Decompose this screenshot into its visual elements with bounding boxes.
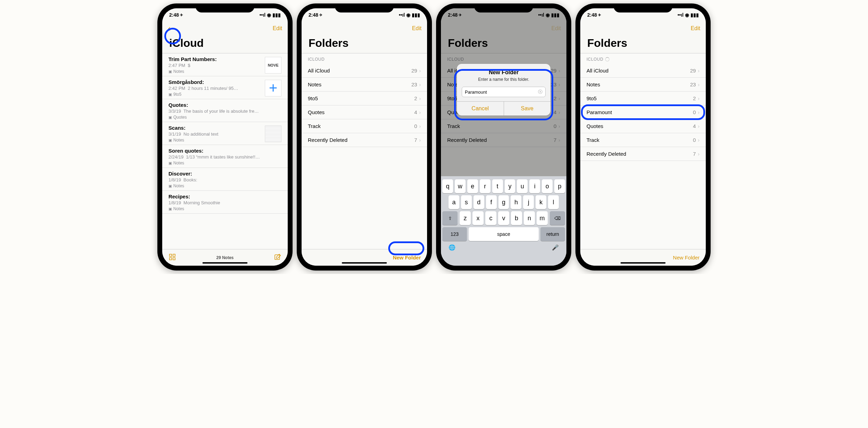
chevron-right-icon: › (698, 68, 700, 74)
signal-icon: ••ıl (677, 12, 684, 18)
shift-key[interactable]: ⇧ (442, 211, 458, 225)
folder-row[interactable]: Track0› (302, 119, 427, 133)
note-item[interactable]: Quotes:3/3/19 The basis of your life is … (162, 99, 288, 122)
keyboard[interactable]: qwertyuiop asdfghjkl ⇧ zxcvbnm ⌫ 123 spa… (441, 176, 566, 266)
folder-row[interactable]: Track0› (580, 133, 706, 147)
mic-icon[interactable]: 🎤 (552, 244, 559, 251)
key-e[interactable]: e (467, 179, 478, 193)
key-l[interactable]: l (548, 195, 559, 209)
notch (335, 3, 394, 12)
key-c[interactable]: c (485, 211, 496, 225)
globe-icon[interactable]: 🌐 (449, 244, 455, 251)
note-folder: ▣Notes (168, 69, 263, 74)
edit-button[interactable]: Edit (272, 25, 282, 32)
key-o[interactable]: o (542, 179, 553, 193)
folder-row[interactable]: All iCloud29› (302, 64, 427, 78)
note-item[interactable]: Scans:3/1/19 No additional text▣Notes (162, 122, 288, 145)
return-key[interactable]: return (540, 227, 565, 241)
chevron-right-icon: › (698, 82, 700, 87)
key-q[interactable]: q (442, 179, 453, 193)
note-item[interactable]: +Smörgåsbord:2:42 PM 2 hours 11 minutes/… (162, 76, 288, 99)
folder-row[interactable]: All iCloud29› (580, 64, 706, 78)
new-folder-button[interactable]: New Folder (673, 255, 700, 260)
folder-row[interactable]: 9to52› (580, 92, 706, 105)
phone-4: 2:48✈︎ ••ıl◉▮▮▮ Edit Folders ICLOUD All … (575, 3, 711, 271)
key-k[interactable]: k (536, 195, 546, 209)
folder-icon: ▣ (168, 161, 172, 165)
note-item[interactable]: Soren quotes:2/24/19 1/13 “mmm it tastes… (162, 145, 288, 168)
backspace-key[interactable]: ⌫ (550, 211, 565, 225)
status-time: 2:48 (309, 12, 318, 18)
compose-button[interactable] (274, 253, 281, 262)
numbers-key[interactable]: 123 (442, 227, 467, 241)
sync-spinner-icon (605, 57, 609, 61)
folder-row[interactable]: Recently Deleted7› (580, 147, 706, 161)
note-folder: ▣Notes (168, 183, 281, 188)
folder-row[interactable]: Recently Deleted7› (302, 133, 427, 147)
signal-icon: ••ıl (399, 12, 405, 18)
status-time: 2:48 (169, 12, 179, 18)
clear-input-icon[interactable]: ⓧ (538, 89, 542, 95)
key-n[interactable]: n (524, 211, 535, 225)
folder-row[interactable]: Paramount0› (580, 105, 706, 119)
note-item[interactable]: Recipes:1/8/19 Morning Smoothie▣Notes (162, 191, 288, 214)
folder-count: 7 (693, 151, 696, 157)
new-folder-button[interactable]: New Folder (393, 255, 421, 260)
key-f[interactable]: f (486, 195, 497, 209)
folder-count: 29 (690, 68, 696, 74)
note-subtitle: 1/8/19 Books: (168, 177, 281, 182)
key-v[interactable]: v (498, 211, 509, 225)
folder-count: 29 (411, 68, 417, 74)
wifi-icon: ◉ (406, 12, 410, 18)
note-item[interactable]: NOVETrim Part Numbers:2:47 PM $▣Notes (162, 53, 288, 76)
home-indicator[interactable] (342, 262, 387, 264)
edit-button[interactable]: Edit (412, 25, 422, 32)
home-indicator[interactable] (620, 262, 666, 264)
alert-save-button[interactable]: Save (504, 102, 551, 115)
back-button[interactable]: ‹ (168, 24, 171, 33)
folder-name: Track (587, 137, 599, 143)
note-item[interactable]: Discover:1/8/19 Books:▣Notes (162, 168, 288, 191)
folder-name: Track (308, 123, 321, 129)
key-b[interactable]: b (511, 211, 522, 225)
gallery-view-button[interactable] (168, 253, 176, 262)
home-indicator[interactable] (202, 262, 248, 264)
folders-list[interactable]: ICLOUD All iCloud29›Notes23›9to52›Paramo… (580, 53, 706, 249)
key-x[interactable]: x (472, 211, 484, 225)
folder-row[interactable]: Quotes4› (302, 105, 427, 119)
alert-cancel-button[interactable]: Cancel (457, 102, 504, 115)
folder-name: Notes (587, 82, 600, 87)
key-z[interactable]: z (460, 211, 471, 225)
key-g[interactable]: g (498, 195, 509, 209)
key-r[interactable]: r (480, 179, 491, 193)
key-s[interactable]: s (461, 195, 472, 209)
folder-row[interactable]: 9to52› (302, 92, 427, 105)
key-i[interactable]: i (529, 179, 540, 193)
key-t[interactable]: t (492, 179, 503, 193)
notes-list[interactable]: NOVETrim Part Numbers:2:47 PM $▣Notes+Sm… (162, 53, 288, 249)
key-y[interactable]: y (505, 179, 515, 193)
folder-row[interactable]: Notes23› (302, 78, 427, 92)
key-p[interactable]: p (554, 179, 565, 193)
folder-name-input[interactable] (465, 89, 538, 95)
space-key[interactable]: space (469, 227, 539, 241)
key-h[interactable]: h (511, 195, 521, 209)
key-j[interactable]: j (523, 195, 534, 209)
chevron-right-icon: › (419, 110, 421, 115)
status-time: 2:48 (587, 12, 597, 18)
key-m[interactable]: m (537, 211, 548, 225)
signal-icon: ••ıl (259, 12, 266, 18)
alert-input-wrap[interactable]: ⓧ (462, 87, 546, 97)
edit-button[interactable]: Edit (691, 25, 700, 32)
folder-row[interactable]: Quotes4› (580, 119, 706, 133)
key-u[interactable]: u (517, 179, 528, 193)
key-w[interactable]: w (455, 179, 466, 193)
location-icon: ✈︎ (319, 13, 322, 17)
note-subtitle: 1/8/19 Morning Smoothie (168, 200, 281, 205)
key-d[interactable]: d (474, 195, 484, 209)
folders-list[interactable]: ICLOUD All iCloud29›Notes23›9to52›Quotes… (302, 53, 427, 249)
folder-row[interactable]: Notes23› (580, 78, 706, 92)
key-a[interactable]: a (449, 195, 459, 209)
folder-icon: ▣ (168, 115, 172, 120)
note-thumbnail: NOVE (265, 57, 281, 74)
